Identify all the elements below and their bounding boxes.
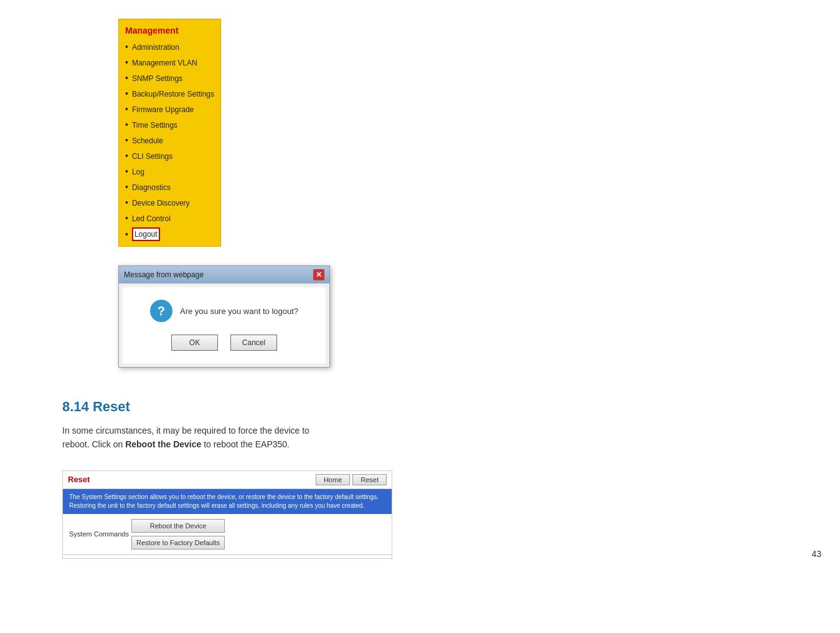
menu-item-logout[interactable]: Logout — [119, 226, 220, 242]
main-content: 8.14 Reset In some circumstances, it may… — [37, 399, 803, 559]
management-menu-panel: Management Administration Management VLA… — [118, 19, 221, 247]
reset-panel-footer — [63, 554, 392, 558]
command-buttons: Reboot the Device Restore to Factory Def… — [131, 519, 225, 550]
dialog-buttons: OK Cancel — [171, 335, 277, 351]
system-commands-label: System Commands — [69, 530, 131, 538]
menu-item-management-vlan[interactable]: Management VLAN — [119, 55, 220, 70]
menu-item-backup-restore[interactable]: Backup/Restore Settings — [119, 86, 220, 102]
dialog-title: Message from webpage — [124, 270, 204, 279]
question-icon: ? — [150, 300, 172, 322]
menu-item-administration[interactable]: Administration — [119, 39, 220, 55]
menu-item-device-discovery[interactable]: Device Discovery — [119, 195, 220, 211]
panel-nav-home-button[interactable]: Home — [316, 474, 350, 485]
menu-item-snmp-settings[interactable]: SNMP Settings — [119, 70, 220, 86]
panel-nav-buttons: Home Reset — [316, 474, 387, 485]
dialog-message-text: Are you sure you want to logout? — [180, 307, 298, 316]
dialog-message-row: ? Are you sure you want to logout? — [150, 300, 298, 322]
dialog-titlebar: Message from webpage ✕ — [119, 266, 329, 283]
reset-panel: Reset Home Reset The System Settings sec… — [62, 470, 392, 559]
dialog-cancel-button[interactable]: Cancel — [230, 335, 277, 351]
menu-item-schedule[interactable]: Schedule — [119, 133, 220, 148]
dialog-wrapper: Message from webpage ✕ ? Are you sure yo… — [118, 265, 330, 368]
menu-item-led-control[interactable]: Led Control — [119, 211, 220, 226]
menu-item-diagnostics[interactable]: Diagnostics — [119, 179, 220, 195]
dialog-close-button[interactable]: ✕ — [313, 269, 324, 280]
page-number: 43 — [811, 549, 821, 559]
reboot-device-button[interactable]: Reboot the Device — [131, 519, 225, 533]
menu-header: Management — [119, 23, 220, 39]
reset-panel-header: Reset Home Reset — [63, 471, 392, 489]
restore-factory-defaults-button[interactable]: Restore to Factory Defaults — [131, 536, 225, 550]
section-title: 8.14 Reset — [62, 399, 778, 415]
section-description: In some circumstances, it may be require… — [62, 424, 330, 452]
dialog-box: Message from webpage ✕ ? Are you sure yo… — [118, 265, 330, 368]
menu-item-log[interactable]: Log — [119, 164, 220, 179]
reset-info-bar: The System Settings section allows you t… — [63, 489, 392, 514]
dialog-ok-button[interactable]: OK — [171, 335, 218, 351]
menu-item-firmware-upgrade[interactable]: Firmware Upgrade — [119, 102, 220, 117]
reset-panel-title: Reset — [68, 475, 90, 484]
dialog-body: ? Are you sure you want to logout? OK Ca… — [123, 287, 326, 363]
menu-item-cli-settings[interactable]: CLI Settings — [119, 148, 220, 164]
menu-item-time-settings[interactable]: Time Settings — [119, 117, 220, 133]
panel-nav-reset-button[interactable]: Reset — [352, 474, 387, 485]
reset-commands-row: System Commands Reboot the Device Restor… — [63, 514, 392, 554]
